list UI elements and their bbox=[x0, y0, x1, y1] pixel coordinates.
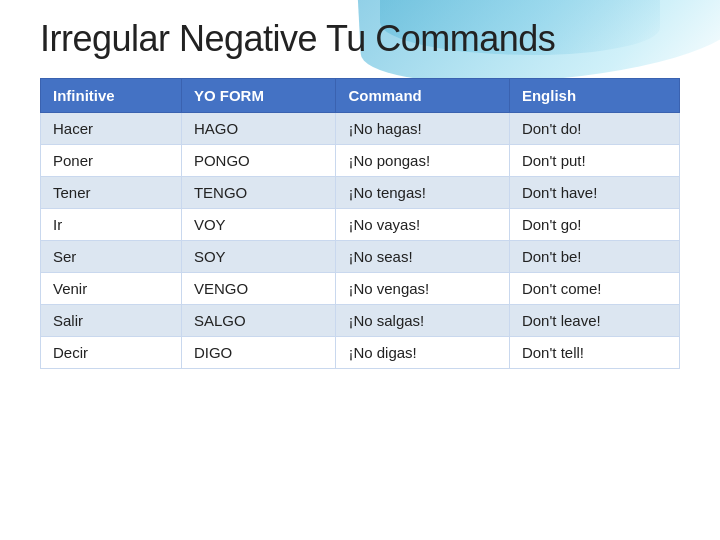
table-cell: VOY bbox=[181, 209, 335, 241]
table-cell: Don't come! bbox=[509, 273, 679, 305]
column-header: English bbox=[509, 79, 679, 113]
table-cell: Venir bbox=[41, 273, 182, 305]
page-content: Irregular Negative Tu Commands Infinitiv… bbox=[0, 0, 720, 389]
table-cell: VENGO bbox=[181, 273, 335, 305]
table-cell: Don't tell! bbox=[509, 337, 679, 369]
table-cell: ¡No tengas! bbox=[336, 177, 510, 209]
table-cell: Ir bbox=[41, 209, 182, 241]
table-cell: Don't do! bbox=[509, 113, 679, 145]
table-cell: Don't go! bbox=[509, 209, 679, 241]
table-cell: ¡No vayas! bbox=[336, 209, 510, 241]
table-cell: ¡No salgas! bbox=[336, 305, 510, 337]
table-cell: Salir bbox=[41, 305, 182, 337]
table-header: InfinitiveYO FORMCommandEnglish bbox=[41, 79, 680, 113]
table-cell: DIGO bbox=[181, 337, 335, 369]
table-cell: Don't leave! bbox=[509, 305, 679, 337]
column-header: YO FORM bbox=[181, 79, 335, 113]
table-cell: HAGO bbox=[181, 113, 335, 145]
table-cell: TENGO bbox=[181, 177, 335, 209]
table-cell: PONGO bbox=[181, 145, 335, 177]
commands-table: InfinitiveYO FORMCommandEnglish HacerHAG… bbox=[40, 78, 680, 369]
table-cell: Hacer bbox=[41, 113, 182, 145]
table-row: IrVOY¡No vayas!Don't go! bbox=[41, 209, 680, 241]
table-cell: Ser bbox=[41, 241, 182, 273]
table-row: VenirVENGO¡No vengas!Don't come! bbox=[41, 273, 680, 305]
column-header: Infinitive bbox=[41, 79, 182, 113]
table-row: DecirDIGO¡No digas!Don't tell! bbox=[41, 337, 680, 369]
table-cell: ¡No pongas! bbox=[336, 145, 510, 177]
table-cell: ¡No vengas! bbox=[336, 273, 510, 305]
table-cell: Tener bbox=[41, 177, 182, 209]
table-cell: ¡No hagas! bbox=[336, 113, 510, 145]
table-cell: Decir bbox=[41, 337, 182, 369]
table-row: SalirSALGO¡No salgas!Don't leave! bbox=[41, 305, 680, 337]
table-row: HacerHAGO¡No hagas!Don't do! bbox=[41, 113, 680, 145]
table-cell: Poner bbox=[41, 145, 182, 177]
column-header: Command bbox=[336, 79, 510, 113]
page-title: Irregular Negative Tu Commands bbox=[40, 18, 680, 60]
table-cell: ¡No digas! bbox=[336, 337, 510, 369]
table-cell: Don't have! bbox=[509, 177, 679, 209]
header-row: InfinitiveYO FORMCommandEnglish bbox=[41, 79, 680, 113]
table-cell: SOY bbox=[181, 241, 335, 273]
table-cell: ¡No seas! bbox=[336, 241, 510, 273]
table-cell: SALGO bbox=[181, 305, 335, 337]
table-row: TenerTENGO¡No tengas!Don't have! bbox=[41, 177, 680, 209]
table-body: HacerHAGO¡No hagas!Don't do!PonerPONGO¡N… bbox=[41, 113, 680, 369]
table-row: PonerPONGO¡No pongas!Don't put! bbox=[41, 145, 680, 177]
table-row: SerSOY¡No seas!Don't be! bbox=[41, 241, 680, 273]
table-cell: Don't be! bbox=[509, 241, 679, 273]
table-cell: Don't put! bbox=[509, 145, 679, 177]
